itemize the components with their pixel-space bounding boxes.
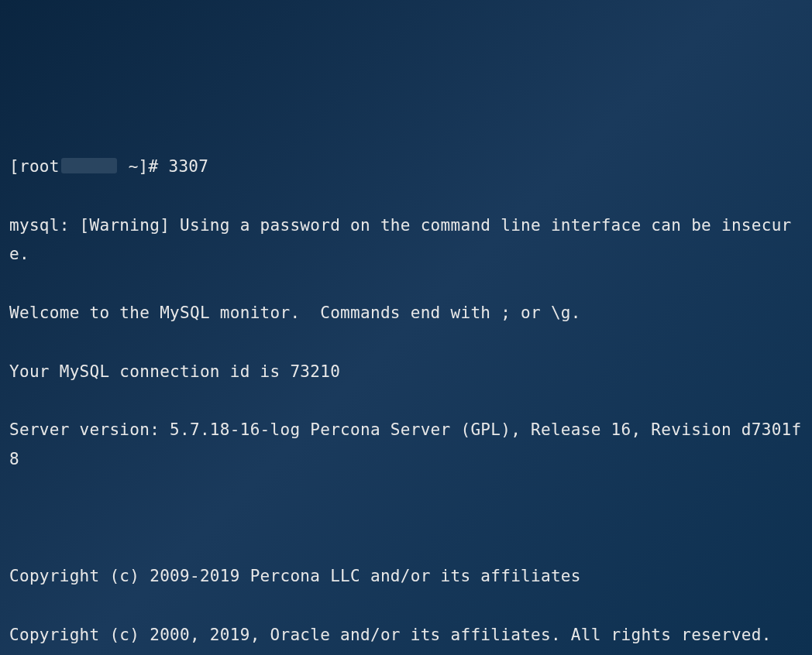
server-version: Server version: 5.7.18-16-log Percona Se… (9, 416, 803, 475)
prompt-suffix: ~]# (119, 157, 169, 176)
mysql-warning: mysql: [Warning] Using a password on the… (9, 211, 803, 270)
shell-prompt-line: [root ~]# 3307 (9, 153, 803, 182)
terminal-output[interactable]: [root ~]# 3307 mysql: [Warning] Using a … (9, 123, 803, 655)
command-port: 3307 (168, 157, 208, 176)
copyright-percona: Copyright (c) 2009-2019 Percona LLC and/… (9, 562, 803, 592)
connection-id: Your MySQL connection id is 73210 (9, 358, 803, 387)
prompt-prefix: [root (9, 157, 60, 176)
blank-line (9, 504, 803, 533)
copyright-oracle: Copyright (c) 2000, 2019, Oracle and/or … (9, 621, 803, 650)
redacted-hostname (61, 158, 117, 173)
mysql-welcome: Welcome to the MySQL monitor. Commands e… (9, 299, 803, 328)
